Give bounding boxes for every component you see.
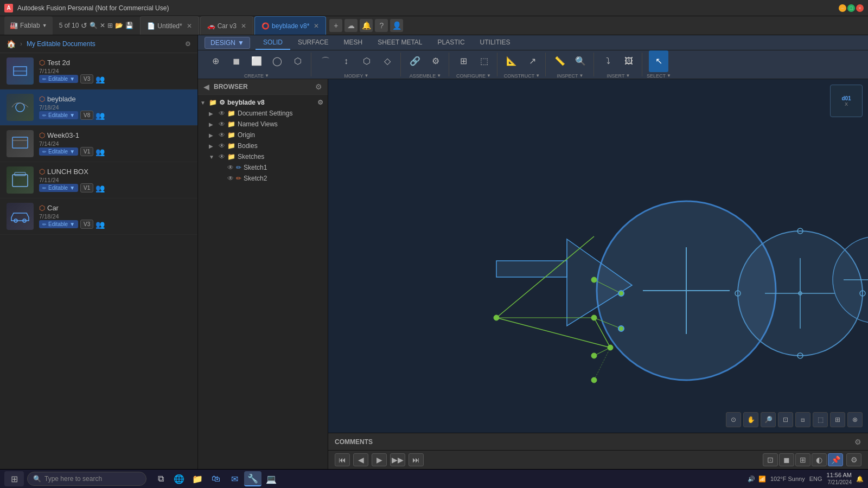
sidebar-item-test2d[interactable]: ⬡ Test 2d 7/11/24 ✏ Editable ▼ V3 👥 [0,53,197,89]
maximize-button[interactable]: □ [847,4,855,12]
tab-untitled-close[interactable]: ✕ [187,22,192,30]
version-badge-test2d[interactable]: V3 [80,74,93,84]
modify-draft-button[interactable]: ◇ [378,50,397,72]
version-badge-beyblade[interactable]: V8 [80,111,93,120]
configure-arrow-icon[interactable]: ▼ [487,73,491,78]
sidebar-settings-icon[interactable]: ⚙ [185,40,191,48]
tree-document-settings[interactable]: ▶ 👁 📁 Document Settings [198,108,328,119]
account-button[interactable]: 👤 [390,19,403,32]
sidebar-item-week03[interactable]: ⬡ Week03-1 7/14/24 ✏ Editable ▼ V1 👥 [0,126,197,162]
grid-display-button[interactable]: ⊞ [830,412,845,427]
tab-beyblade-close[interactable]: ✕ [314,22,319,30]
taskbar-app-mail[interactable]: ✉ [226,471,243,486]
tree-sketch1-eye-icon[interactable]: 👁 [227,164,234,171]
shaded-view-button[interactable]: ◐ [812,453,827,466]
sketch-view-button[interactable]: ⊡ [763,453,778,466]
cloud-sync-button[interactable]: ☁ [344,19,358,32]
select-arrow-icon[interactable]: ▼ [667,73,671,78]
view-cube-button[interactable]: ⧈ [795,412,810,427]
sidebar-item-beyblade[interactable]: ⬡ beyblade 7/18/24 ✏ Editable ▼ V8 👥 [0,89,197,126]
taskbar-app-edge[interactable]: 🌐 [170,471,188,486]
grid-icon[interactable]: ⊞ [107,22,113,29]
edit-badge-car[interactable]: ✏ Editable ▼ [39,220,78,228]
tree-bodies[interactable]: ▶ 👁 📁 Bodies [198,140,328,151]
insert-arrow-icon[interactable]: ▼ [626,73,630,78]
taskbar-app-vscode[interactable]: 💻 [263,471,280,486]
timeline-pin-button[interactable]: 📌 [828,453,843,466]
home-icon[interactable]: 🏠 [7,40,16,48]
folder-icon[interactable]: 📂 [115,22,123,29]
comments-gear-icon[interactable]: ⚙ [854,438,861,446]
solid-view-button[interactable]: ◼ [779,453,794,466]
configure-model-button[interactable]: ⬚ [474,50,494,72]
play-first-button[interactable]: ⏮ [335,453,350,466]
notifications-button[interactable]: 🔔 [360,19,373,32]
create-sphere-button[interactable]: ◯ [267,50,287,72]
tree-bodies-eye-icon[interactable]: 👁 [219,142,225,150]
bottom-settings-button[interactable]: ⚙ [846,453,861,466]
construct-plane-button[interactable]: 📐 [502,50,521,72]
wire-view-button[interactable]: ⊞ [795,453,810,466]
taskbar-app-fusion[interactable]: 🔧 [244,471,261,486]
taskbar-search[interactable]: 🔍 Type here to search [27,472,146,486]
tree-sketch2-eye-icon[interactable]: 👁 [227,175,234,182]
refresh-icon[interactable]: ↺ [81,21,87,30]
canvas-area[interactable]: d01 X ⊙ ✋ 🔎 ⊡ ⧈ ⬚ ⊞ ⊗ [328,79,868,433]
design-button[interactable]: DESIGN ▼ [205,37,250,49]
create-extrude-button[interactable]: ⬡ [288,50,308,72]
taskbar-app-explorer[interactable]: 📁 [189,471,206,486]
tree-sketch2[interactable]: ▶ 👁 ✏ Sketch2 [198,173,328,184]
inspect-measure-button[interactable]: 📏 [550,50,570,72]
tab-carv3-close[interactable]: ✕ [241,22,246,30]
tree-root-item[interactable]: ▼ 📁 ⚙ beyblade v8 ⚙ [198,97,328,108]
version-badge-lunchbox[interactable]: V1 [80,183,93,192]
new-tab-button[interactable]: + [329,19,342,32]
search-icon[interactable]: 🔍 [90,22,98,29]
snap-button[interactable]: ⊗ [847,412,863,427]
windows-start-button[interactable]: ⊞ [4,471,24,486]
select-button[interactable]: ↖ [649,50,668,72]
tree-root-settings-icon[interactable]: ⚙ [317,99,323,106]
fablab-label[interactable]: 🏭 Fablab ▼ [4,16,53,35]
notifications-icon[interactable]: 🔔 [856,476,864,483]
assemble-motion-button[interactable]: ⚙ [426,50,445,72]
edit-badge-beyblade[interactable]: ✏ Editable ▼ [39,111,78,119]
minimize-button[interactable]: − [839,4,846,12]
create-box-button[interactable]: ◼ [226,50,246,72]
tree-named-views[interactable]: ▶ 👁 📁 Named Views [198,119,328,130]
modify-press-button[interactable]: ↕ [336,50,356,72]
orbit-button[interactable]: ⊙ [726,412,741,427]
tree-named-eye-icon[interactable]: 👁 [219,120,225,128]
orientation-cube[interactable]: d01 X [830,85,863,117]
tab-sheetmetal[interactable]: SHEET METAL [370,35,430,50]
tree-origin-eye-icon[interactable]: 👁 [219,131,225,139]
insert-canvas-button[interactable]: 🖼 [619,50,639,72]
construct-arrow-icon[interactable]: ▼ [535,73,540,78]
edit-badge-lunchbox[interactable]: ✏ Editable ▼ [39,184,78,192]
play-prev-button[interactable]: ◀ [353,453,368,466]
create-cylinder-button[interactable]: ⬜ [247,50,266,72]
sidebar-item-car[interactable]: ⬡ Car 7/18/24 ✏ Editable ▼ V3 👥 [0,198,197,235]
network-icon[interactable]: 📶 [758,476,766,483]
tab-plastic[interactable]: PLASTIC [430,35,473,50]
insert-button[interactable]: ⤵ [598,50,618,72]
tab-beyblade[interactable]: ⭕ beyblade v8* ✕ [254,16,326,35]
tab-surface[interactable]: SURFACE [290,35,336,50]
inspect-arrow-icon[interactable]: ▼ [579,73,584,78]
modify-fillet-button[interactable]: ⌒ [316,50,335,72]
assemble-joint-button[interactable]: 🔗 [405,50,425,72]
browser-settings-icon[interactable]: ⚙ [315,82,322,91]
tab-untitled[interactable]: 📄 Untitled* ✕ [140,16,199,35]
tree-doc-eye-icon[interactable]: 👁 [219,110,225,117]
play-next-button[interactable]: ▶▶ [390,453,405,466]
help-button[interactable]: ? [375,19,388,32]
tree-sketches-eye-icon[interactable]: 👁 [219,153,225,160]
edit-badge-week03[interactable]: ✏ Editable ▼ [39,147,78,156]
zoom-button[interactable]: 🔎 [761,412,776,427]
inspect-analyze-button[interactable]: 🔍 [571,50,590,72]
modify-arrow-icon[interactable]: ▼ [365,73,369,78]
pan-button[interactable]: ✋ [743,412,758,427]
browser-collapse-icon[interactable]: ◀ [203,82,209,91]
tree-origin[interactable]: ▶ 👁 📁 Origin [198,130,328,140]
taskbar-app-store[interactable]: 🛍 [207,471,225,486]
